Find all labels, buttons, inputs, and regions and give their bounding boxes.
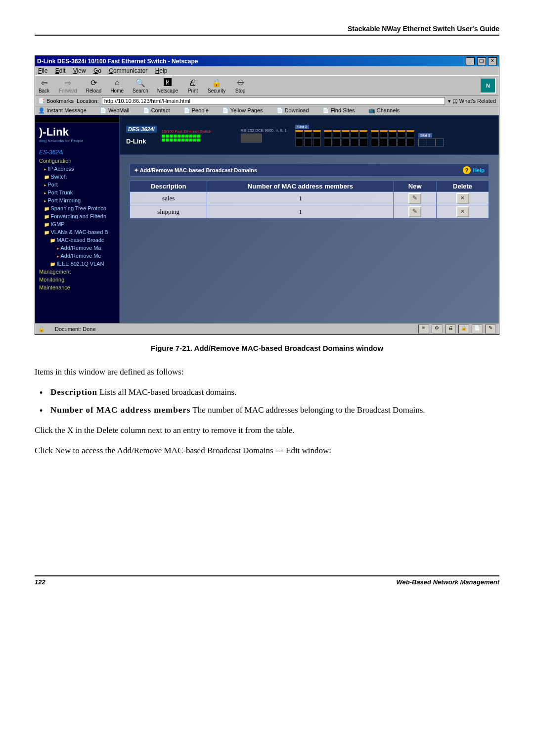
menu-communicator[interactable]: Communicator	[109, 67, 147, 74]
window-controls[interactable]: _ ▢ ×	[465, 57, 497, 65]
menu-view[interactable]: View	[73, 67, 86, 74]
device-brand: D-Link	[126, 138, 157, 145]
col-new: New	[394, 181, 437, 192]
help-icon: ?	[463, 166, 471, 174]
cell-desc: sales	[130, 192, 207, 205]
nav-addrm1[interactable]: Add/Remove Ma	[35, 244, 119, 252]
status-icon: ≡	[418, 325, 429, 333]
nav-addrm2[interactable]: Add/Remove Me	[35, 252, 119, 260]
sparkle-icon: ✦	[134, 167, 138, 173]
nav-port[interactable]: Port	[35, 181, 119, 189]
body-p2: Click the X in the Delete column next to…	[35, 425, 499, 437]
nav-vlans[interactable]: VLANs & MAC-based B	[35, 228, 119, 236]
security-button[interactable]: 🔒Security	[208, 78, 225, 94]
nav-configuration[interactable]: Configuration	[35, 157, 119, 165]
help-link[interactable]: ?Help	[463, 166, 485, 174]
nav-stp[interactable]: Spanning Tree Protoco	[35, 204, 119, 212]
print-icon: 🖨	[187, 78, 199, 88]
nav-switch[interactable]: Switch	[35, 173, 119, 181]
new-button[interactable]: ✎	[408, 206, 421, 217]
netscape-button[interactable]: 🅼Netscape	[157, 78, 178, 94]
dlink-logo: )-Link ding Networks for People	[35, 123, 119, 146]
body-intro: Items in this window are defined as foll…	[35, 366, 499, 378]
stop-icon: ⦵	[234, 78, 246, 88]
nav-fwd[interactable]: Forwarding and Filterin	[35, 212, 119, 220]
quick-people[interactable]: 📄 People	[183, 107, 215, 113]
window-titlebar: D-Link DES-3624i 10/100 Fast Ethernet Sw…	[35, 56, 499, 66]
bookmarks-button[interactable]: 📑 Bookmarks	[38, 98, 74, 104]
sidebar-model: ES-3624i	[35, 146, 119, 157]
delete-button[interactable]: ×	[456, 206, 469, 217]
forward-icon: ⇨	[62, 78, 74, 88]
netscape-window: D-Link DES-3624i 10/100 Fast Ethernet Sw…	[35, 55, 499, 335]
device-front-panel: DES-3624i D-Link 10/100 Fast Ethernet Sw…	[120, 115, 499, 155]
lock-icon: 🔒	[211, 78, 222, 88]
quick-contact[interactable]: 📄 Contact	[143, 107, 176, 113]
body-bullet-list: Description Lists all MAC-based broadcas…	[35, 386, 499, 417]
reload-icon: ⟳	[88, 78, 100, 88]
serial-port-icon	[241, 134, 262, 142]
figure-caption: Figure 7-21. Add/Remove MAC-based Broadc…	[35, 344, 499, 352]
quick-webmail[interactable]: 📄 WebMail	[100, 107, 135, 113]
dlink-tagline: ding Networks for People	[39, 139, 115, 143]
nav-ip[interactable]: IP Address	[35, 165, 119, 173]
cell-num: 1	[207, 205, 394, 219]
slot3-label: Slot 3	[418, 133, 432, 138]
personal-toolbar: 👤 Instant Message 📄 WebMail 📄 Contact 📄 …	[35, 106, 499, 115]
maximize-button[interactable]: ▢	[477, 57, 486, 65]
nav-management[interactable]: Management	[35, 268, 119, 276]
stop-button[interactable]: ⦵Stop	[234, 78, 246, 94]
port-icon	[295, 130, 303, 138]
table-row: sales 1 ✎ ×	[130, 192, 489, 205]
cell-desc: shipping	[130, 205, 207, 219]
delete-button[interactable]: ×	[456, 193, 469, 204]
body-p3: Click New to access the Add/Remove MAC-b…	[35, 445, 499, 457]
nav-igmp[interactable]: IGMP	[35, 220, 119, 228]
list-item: Number of MAC address members The number…	[35, 404, 499, 417]
device-subtitle: 10/100 Fast Ethernet Switch	[162, 129, 236, 134]
quick-channels[interactable]: 📺 Channels	[368, 107, 406, 113]
page-content: )-Link ding Networks for People ES-3624i…	[35, 115, 499, 323]
new-button[interactable]: ✎	[408, 193, 421, 204]
page-footer: 122 Web-Based Network Management	[35, 575, 499, 586]
url-input[interactable]	[102, 97, 445, 105]
forward-button[interactable]: ⇨Forward	[59, 78, 77, 94]
home-icon: ⌂	[111, 78, 123, 88]
netscape-icon: 🅼	[162, 78, 174, 88]
nav-monitoring[interactable]: Monitoring	[35, 276, 119, 284]
doc-header-rule	[35, 35, 499, 36]
col-members: Number of MAC address members	[207, 181, 394, 192]
menu-go[interactable]: Go	[93, 67, 101, 74]
table-row: shipping 1 ✎ ×	[130, 205, 489, 219]
location-label: Location:	[77, 98, 99, 104]
back-icon: ⇦	[38, 78, 50, 88]
nav-trunk[interactable]: Port Trunk	[35, 189, 119, 196]
doc-header-title: Stackable NWay Ethernet Switch User's Gu…	[35, 25, 499, 35]
col-description: Description	[130, 181, 207, 192]
menu-bar[interactable]: File Edit View Go Communicator Help	[35, 66, 499, 75]
toolbar: ⇦Back ⇨Forward ⟳Reload ⌂Home 🔍Search 🅼Ne…	[35, 75, 499, 96]
close-button[interactable]: ×	[488, 57, 497, 65]
nav-maintenance[interactable]: Maintenance	[35, 284, 119, 291]
quick-yellow[interactable]: 📄 Yellow Pages	[222, 107, 269, 113]
quick-download[interactable]: 📄 Download	[276, 107, 315, 113]
nav-macb[interactable]: MAC-based Broadc	[35, 236, 119, 244]
menu-help[interactable]: Help	[155, 67, 168, 74]
print-button[interactable]: 🖨Print	[187, 78, 199, 94]
search-icon: 🔍	[134, 78, 146, 88]
reload-button[interactable]: ⟳Reload	[86, 78, 102, 94]
menu-file[interactable]: File	[38, 67, 47, 74]
cell-num: 1	[207, 192, 394, 205]
quick-findsites[interactable]: 📄 Find Sites	[322, 107, 361, 113]
menu-edit[interactable]: Edit	[55, 67, 66, 74]
status-icon: ⚙	[432, 325, 443, 333]
minimize-button[interactable]: _	[466, 57, 475, 65]
whats-related-button[interactable]: ▾ 🕮 What's Related	[448, 98, 496, 104]
home-button[interactable]: ⌂Home	[110, 78, 124, 94]
search-button[interactable]: 🔍Search	[133, 78, 148, 94]
quick-instant[interactable]: 👤 Instant Message	[38, 107, 92, 113]
nav-mirror[interactable]: Port Mirroring	[35, 196, 119, 204]
panel-title: Add/Remove MAC-based Broadcast Domains	[140, 167, 257, 173]
nav-ieee[interactable]: IEEE 802.1Q VLAN	[35, 260, 119, 268]
back-button[interactable]: ⇦Back	[38, 78, 50, 94]
